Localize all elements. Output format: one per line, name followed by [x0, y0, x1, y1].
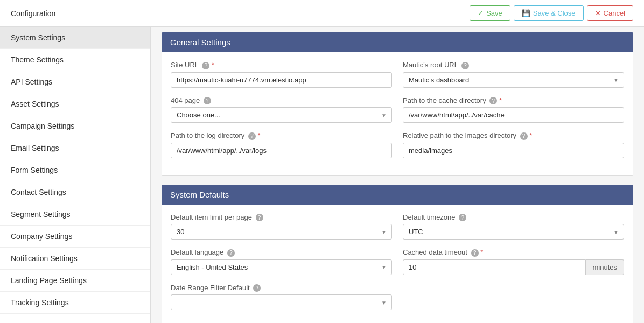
- cached-timeout-label: Cached data timeout ? *: [403, 248, 624, 257]
- date-range-group: Date Range Filter Default ? ▼: [171, 284, 392, 311]
- timezone-select-wrapper: UTC ▼: [403, 224, 624, 240]
- timezone-label: Default timezone ?: [403, 213, 624, 222]
- sidebar: System SettingsTheme SettingsAPI Setting…: [0, 27, 151, 323]
- cancel-button[interactable]: ✕ Cancel: [587, 5, 633, 21]
- log-directory-required: *: [258, 131, 261, 139]
- general-settings-header: General Settings: [162, 32, 633, 52]
- sidebar-item-notification-settings[interactable]: Notification Settings: [0, 248, 150, 270]
- toolbar: ✓ Save 💾 Save & Close ✕ Cancel: [470, 5, 633, 21]
- cached-timeout-input[interactable]: [403, 259, 586, 275]
- site-url-required: *: [212, 61, 214, 69]
- system-defaults-header: System Defaults: [162, 185, 633, 205]
- language-group: Default language ? English - United Stat…: [171, 248, 392, 275]
- cache-directory-label: Path to the cache directory ? *: [403, 96, 624, 105]
- save-close-icon: 💾: [522, 9, 530, 17]
- cached-timeout-help-icon[interactable]: ?: [471, 249, 479, 257]
- sidebar-item-landing-page-settings[interactable]: Landing Page Settings: [0, 270, 150, 292]
- mautic-root-url-help-icon[interactable]: ?: [461, 62, 469, 69]
- language-select[interactable]: English - United States: [171, 259, 392, 275]
- cached-timeout-input-group: minutes: [403, 259, 624, 275]
- language-select-wrapper: English - United States ▼: [171, 259, 392, 275]
- page-404-select-wrapper: Choose one... ▼: [171, 107, 392, 123]
- item-limit-group: Default item limit per page ? 30 50 100 …: [171, 213, 392, 240]
- date-range-select-wrapper: ▼: [171, 294, 392, 310]
- cached-timeout-group: Cached data timeout ? * minutes: [403, 248, 624, 275]
- images-directory-required: *: [529, 131, 532, 139]
- page-404-group: 404 page ? Choose one... ▼: [171, 96, 392, 123]
- general-settings-section: General Settings Site URL ? * Mautic: [162, 32, 633, 176]
- cached-timeout-unit: minutes: [586, 259, 624, 275]
- log-directory-input[interactable]: [171, 143, 392, 158]
- log-directory-label: Path to the log directory ? *: [171, 131, 392, 140]
- mautic-root-url-select[interactable]: Mautic's dashboard: [403, 72, 624, 88]
- save-check-icon: ✓: [478, 9, 484, 17]
- site-url-input[interactable]: [171, 72, 392, 88]
- mautic-root-url-select-wrapper: Mautic's dashboard ▼: [403, 72, 624, 88]
- item-limit-select[interactable]: 30 50 100: [171, 224, 392, 240]
- cache-directory-input[interactable]: [403, 107, 624, 123]
- main-content: General Settings Site URL ? * Mautic: [151, 27, 644, 323]
- cache-directory-required: *: [499, 96, 502, 104]
- sidebar-item-campaign-settings[interactable]: Campaign Settings: [0, 115, 150, 137]
- sidebar-item-api-settings[interactable]: API Settings: [0, 71, 150, 93]
- sidebar-item-tracking-settings[interactable]: Tracking Settings: [0, 292, 150, 314]
- item-limit-select-wrapper: 30 50 100 ▼: [171, 224, 392, 240]
- timezone-select[interactable]: UTC: [403, 224, 624, 240]
- save-close-button[interactable]: 💾 Save & Close: [514, 5, 584, 21]
- log-directory-help-icon[interactable]: ?: [248, 132, 256, 140]
- cache-directory-group: Path to the cache directory ? *: [403, 96, 624, 123]
- item-limit-help-icon[interactable]: ?: [256, 214, 263, 221]
- images-directory-label: Relative path to the images directory ? …: [403, 131, 624, 140]
- site-url-help-icon[interactable]: ?: [202, 62, 209, 69]
- images-directory-group: Relative path to the images directory ? …: [403, 131, 624, 158]
- item-limit-label: Default item limit per page ?: [171, 213, 392, 222]
- sidebar-item-form-settings[interactable]: Form Settings: [0, 159, 150, 181]
- date-range-help-icon[interactable]: ?: [253, 284, 261, 292]
- page-404-help-icon[interactable]: ?: [204, 97, 211, 104]
- page-404-label: 404 page ?: [171, 96, 392, 105]
- sidebar-item-contact-settings[interactable]: Contact Settings: [0, 181, 150, 203]
- page-404-select[interactable]: Choose one...: [171, 107, 392, 123]
- page-title: Configuration: [11, 9, 55, 18]
- language-label: Default language ?: [171, 248, 392, 257]
- mautic-root-url-group: Mautic's root URL ? Mautic's dashboard ▼: [403, 61, 624, 88]
- sidebar-item-asset-settings[interactable]: Asset Settings: [0, 93, 150, 115]
- images-directory-help-icon[interactable]: ?: [520, 132, 528, 140]
- site-url-label: Site URL ? *: [171, 61, 392, 69]
- system-defaults-section: System Defaults Default item limit per p…: [162, 185, 633, 324]
- timezone-help-icon[interactable]: ?: [459, 214, 466, 221]
- log-directory-group: Path to the log directory ? *: [171, 131, 392, 158]
- mautic-root-url-label: Mautic's root URL ?: [403, 61, 624, 69]
- save-button[interactable]: ✓ Save: [470, 5, 510, 21]
- sidebar-item-segment-settings[interactable]: Segment Settings: [0, 203, 150, 226]
- timezone-group: Default timezone ? UTC ▼: [403, 213, 624, 240]
- cancel-x-icon: ✕: [595, 9, 601, 17]
- date-range-label: Date Range Filter Default ?: [171, 284, 392, 292]
- sidebar-item-system-settings[interactable]: System Settings: [0, 27, 150, 49]
- cache-directory-help-icon[interactable]: ?: [489, 97, 497, 104]
- images-directory-input[interactable]: [403, 143, 624, 158]
- date-range-select[interactable]: [171, 294, 392, 310]
- site-url-group: Site URL ? *: [171, 61, 392, 88]
- sidebar-item-company-settings[interactable]: Company Settings: [0, 226, 150, 248]
- language-help-icon[interactable]: ?: [227, 249, 235, 257]
- sidebar-item-email-settings[interactable]: Email Settings: [0, 137, 150, 159]
- sidebar-item-theme-settings[interactable]: Theme Settings: [0, 49, 150, 71]
- cached-timeout-required: *: [480, 248, 483, 256]
